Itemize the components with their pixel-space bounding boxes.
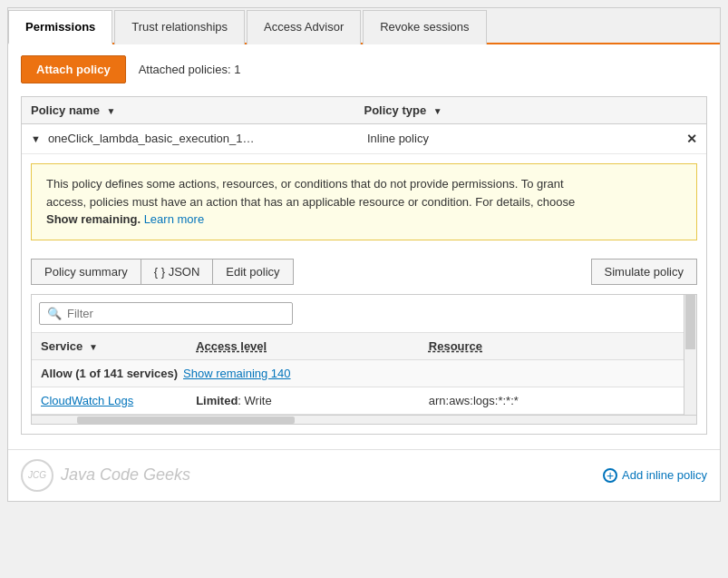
attach-row: Attach policy Attached policies: 1 xyxy=(21,55,707,83)
attached-count-label: Attached policies: 1 xyxy=(139,63,241,76)
footer-logo: JCG Java Code Geeks xyxy=(21,459,190,492)
tab-revoke[interactable]: Revoke sessions xyxy=(363,10,486,44)
policy-name-header: Policy name ▼ xyxy=(31,103,364,117)
vertical-scroll-thumb[interactable] xyxy=(685,295,695,349)
tab-trust[interactable]: Trust relationships xyxy=(114,10,245,44)
policy-type-sort-icon[interactable]: ▼ xyxy=(433,106,442,116)
policy-table: Policy name ▼ Policy type ▼ ▼ oneClick_l… xyxy=(21,96,707,435)
resource-cell: arn:aws:logs:*:*:* xyxy=(429,394,687,407)
inner-table-header: Service ▼ Access level Resource xyxy=(32,333,696,360)
policy-type-cell: Inline policy xyxy=(367,132,686,145)
simulate-policy-button[interactable]: Simulate policy xyxy=(591,259,697,285)
edit-policy-button[interactable]: Edit policy xyxy=(212,259,293,285)
access-level-cell: Limited: Write xyxy=(196,394,429,407)
inner-policy-table: 🔍 Service ▼ Access level Resource Allow … xyxy=(31,294,697,425)
policy-row: ▼ oneClick_lambda_basic_execution_1… Inl… xyxy=(22,124,706,154)
service-link[interactable]: CloudWatch Logs xyxy=(41,394,196,407)
search-icon: 🔍 xyxy=(47,307,62,320)
policy-actions: Policy summary { } JSON Edit policy Simu… xyxy=(22,250,706,294)
filter-row: 🔍 xyxy=(32,295,696,333)
filter-input[interactable] xyxy=(67,307,285,320)
allow-summary-row: Allow (1 of 141 services) Show remaining… xyxy=(32,360,696,387)
footer: JCG Java Code Geeks + Add inline policy xyxy=(8,449,720,501)
add-inline-policy-button[interactable]: + Add inline policy xyxy=(603,468,707,483)
show-remaining-link[interactable]: Show remaining 140 xyxy=(183,367,291,380)
attach-policy-button[interactable]: Attach policy xyxy=(21,55,126,83)
logo-text: Java Code Geeks xyxy=(61,465,190,485)
tab-advisor[interactable]: Access Advisor xyxy=(247,10,361,44)
horizontal-scroll-thumb[interactable] xyxy=(77,416,295,424)
tab-content: Attach policy Attached policies: 1 Polic… xyxy=(8,44,720,446)
vertical-scrollbar[interactable] xyxy=(684,295,696,424)
logo-icon: JCG xyxy=(21,459,53,492)
policy-table-header: Policy name ▼ Policy type ▼ xyxy=(22,97,706,124)
horizontal-scrollbar[interactable] xyxy=(32,415,696,424)
policy-type-header: Policy type ▼ xyxy=(364,103,698,117)
policy-actions-left: Policy summary { } JSON Edit policy xyxy=(31,259,294,285)
warning-box: This policy defines some actions, resour… xyxy=(31,163,697,240)
filter-input-wrapper: 🔍 xyxy=(39,302,293,325)
resource-header: Resource xyxy=(429,339,687,353)
service-sort-icon[interactable]: ▼ xyxy=(89,342,98,352)
expand-arrow-icon[interactable]: ▼ xyxy=(31,133,41,144)
policy-name-cell: oneClick_lambda_basic_execution_1… xyxy=(48,132,367,145)
main-container: Permissions Trust relationships Access A… xyxy=(7,7,721,502)
table-row: CloudWatch Logs Limited: Write arn:aws:l… xyxy=(32,387,696,415)
policy-summary-button[interactable]: Policy summary xyxy=(31,259,141,285)
service-header[interactable]: Service ▼ xyxy=(41,339,196,353)
learn-more-link[interactable]: Learn more xyxy=(144,212,204,226)
policy-name-sort-icon[interactable]: ▼ xyxy=(107,106,116,116)
tab-permissions[interactable]: Permissions xyxy=(8,10,112,44)
json-button[interactable]: { } JSON xyxy=(141,259,213,285)
access-level-header[interactable]: Access level xyxy=(196,339,429,353)
add-inline-icon: + xyxy=(603,468,617,483)
tabs-bar: Permissions Trust relationships Access A… xyxy=(8,8,720,44)
delete-policy-icon[interactable]: ✕ xyxy=(686,132,697,146)
